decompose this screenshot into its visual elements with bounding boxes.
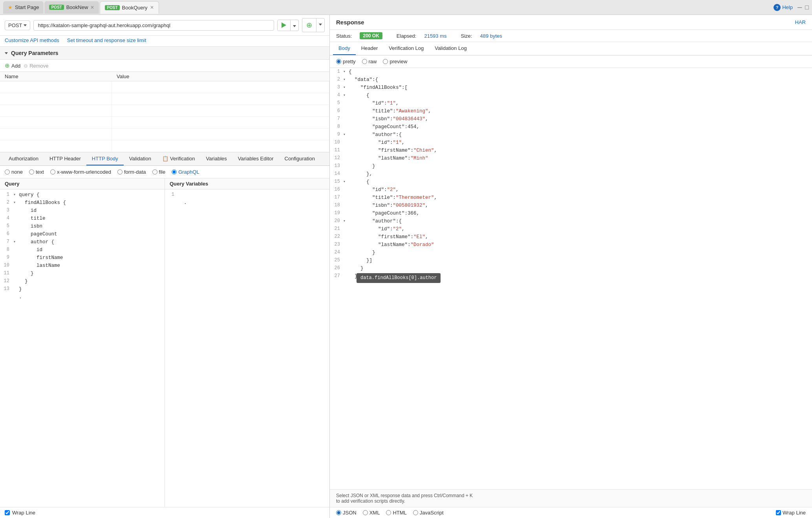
tab-configuration[interactable]: Configuration	[279, 152, 320, 165]
body-type-file[interactable]: file	[152, 169, 166, 175]
customize-link[interactable]: Customize API methods	[5, 37, 59, 43]
tab-bookquery[interactable]: POST BookQuery ✕	[100, 1, 159, 14]
tab-header[interactable]: Header	[356, 42, 384, 55]
timeout-link[interactable]: Set timeout and response size limit	[67, 37, 146, 43]
tab-http-header[interactable]: HTTP Header	[44, 152, 86, 165]
tab-verification-log[interactable]: Verification Log	[383, 42, 429, 55]
har-link[interactable]: HAR	[795, 19, 806, 25]
run-button[interactable]	[277, 20, 291, 31]
bottom-format-xml[interactable]: XML	[363, 510, 380, 516]
json-line: 2▾ "data":{	[330, 76, 812, 84]
tab-http-body[interactable]: HTTP Body	[86, 152, 124, 165]
json-line: 15▾ {	[330, 178, 812, 186]
json-line: 21 "id":"2",	[330, 225, 812, 233]
body-type-text[interactable]: text	[29, 169, 44, 175]
table-row	[0, 117, 329, 129]
body-type-bar: none text x-www-form-urlencoded form-dat…	[0, 166, 329, 178]
tab-booknew-badge: POST	[49, 5, 64, 10]
help-button[interactable]: ? Help ─ □	[774, 4, 809, 11]
response-tabs: Body Header Verification Log Validation …	[330, 42, 812, 55]
query-label: Query	[0, 178, 165, 189]
bottom-format-html[interactable]: HTML	[386, 510, 406, 516]
add-dropdown[interactable]	[316, 18, 325, 32]
tab-validation[interactable]: Validation	[124, 152, 157, 165]
add-param-button[interactable]: ⊕ Add	[5, 62, 20, 69]
size-label: Size:	[461, 33, 472, 39]
plus-icon: ⊕	[306, 21, 312, 29]
body-type-none[interactable]: none	[5, 169, 23, 175]
bottom-format-javascript[interactable]: JavaScript	[413, 510, 444, 516]
url-input[interactable]	[33, 20, 274, 31]
format-raw[interactable]: raw	[362, 59, 377, 64]
format-preview[interactable]: preview	[383, 59, 407, 64]
window-maximize[interactable]: □	[805, 4, 809, 11]
bottom-tabs: Authorization HTTP Header HTTP Body Vali…	[0, 152, 329, 166]
verification-icon: 📋	[162, 156, 168, 162]
tab-variables[interactable]: Variables	[201, 152, 232, 165]
body-type-formdata[interactable]: form-data	[117, 169, 146, 175]
query-params-title: Query Parameters	[11, 50, 59, 56]
help-label: Help	[782, 4, 793, 10]
json-line: 6 "title":"Awakening",	[330, 107, 812, 115]
tab-authorization[interactable]: Authorization	[3, 152, 44, 165]
body-type-urlencoded[interactable]: x-www-form-urlencoded	[50, 169, 111, 175]
tab-start-page[interactable]: ★ Start Page	[3, 1, 44, 14]
body-type-graphql[interactable]: GraphQL	[172, 169, 199, 175]
json-viewer[interactable]: 1▾{ 2▾ "data":{ 3▾ "findAllBooks":[ 4▾ {…	[330, 68, 812, 489]
query-params-collapse-icon[interactable]	[5, 52, 8, 54]
code-line: 12 }	[0, 277, 165, 285]
wrap-line-label: Wrap Line	[12, 510, 35, 516]
json-line: 14 },	[330, 170, 812, 178]
window-minimize[interactable]: ─	[797, 4, 802, 11]
remove-param-label: Remove	[29, 63, 48, 69]
tab-verification[interactable]: 📋Verification	[157, 152, 201, 165]
json-line: 12 "lastName":"Minh"	[330, 154, 812, 162]
tab-body[interactable]: Body	[333, 42, 356, 55]
code-line: 8 id	[0, 246, 165, 254]
json-line: 23 "lastName":"Dorado"	[330, 241, 812, 249]
run-dropdown[interactable]	[291, 20, 299, 31]
params-header: Name Value	[0, 72, 329, 81]
json-line: 24 }	[330, 249, 812, 257]
format-pretty[interactable]: pretty	[336, 59, 356, 64]
status-bar: Status: 200 OK Elapsed: 21593 ms Size: 4…	[330, 30, 812, 42]
json-line: 26 }	[330, 265, 812, 272]
main-layout: POST ⊕ Custo	[0, 15, 812, 518]
left-panel: POST ⊕ Custo	[0, 15, 330, 518]
json-line: 27 } data.findAllBooks[0].author	[330, 272, 812, 280]
tab-booknew-close[interactable]: ✕	[90, 5, 94, 10]
json-line: 10 "id":"1",	[330, 139, 812, 147]
json-line: 13 }	[330, 162, 812, 170]
tab-validation-log[interactable]: Validation Log	[429, 42, 472, 55]
status-label: Status:	[336, 33, 352, 39]
tab-booknew[interactable]: POST BookNew ✕	[44, 1, 99, 14]
response-format-bar: pretty raw preview	[330, 55, 812, 68]
remove-param-button[interactable]: ⊖ Remove	[24, 63, 48, 69]
wrap-line-checkbox[interactable]	[5, 510, 10, 515]
params-table: Name Value	[0, 72, 329, 152]
run-button-group	[277, 20, 299, 31]
bottom-format-json[interactable]: JSON	[336, 510, 357, 516]
add-button[interactable]: ⊕	[302, 18, 316, 32]
json-line: 5 "id":"1",	[330, 99, 812, 107]
json-line: 18 "isbn":"005801932",	[330, 202, 812, 209]
tab-bookquery-badge: POST	[105, 5, 119, 10]
response-wrap-line[interactable]: Wrap Line	[776, 510, 806, 516]
response-title: Response	[336, 19, 364, 26]
query-variables-editor[interactable]: 1 .	[165, 189, 329, 507]
run-dropdown-icon	[293, 25, 296, 27]
code-line: .	[165, 199, 329, 207]
json-line: 20▾ "author":{	[330, 217, 812, 225]
add-param-icon: ⊕	[5, 62, 10, 69]
tab-start-label: Start Page	[15, 4, 39, 10]
star-icon: ★	[8, 4, 13, 10]
add-dropdown-icon	[319, 24, 322, 26]
response-bottom-format-bar: JSON XML HTML JavaScript Wrap Line	[330, 507, 812, 518]
tab-bookquery-close[interactable]: ✕	[150, 5, 154, 10]
size-value: 489 bytes	[480, 33, 502, 39]
query-editor[interactable]: 1▾query { 2▾ findAllBooks { 3 id 4 title…	[0, 189, 165, 507]
method-select[interactable]: POST	[5, 20, 30, 30]
add-param-label: Add	[11, 63, 20, 69]
query-params-header: Query Parameters	[0, 47, 329, 60]
tab-variables-editor[interactable]: Variables Editor	[232, 152, 279, 165]
